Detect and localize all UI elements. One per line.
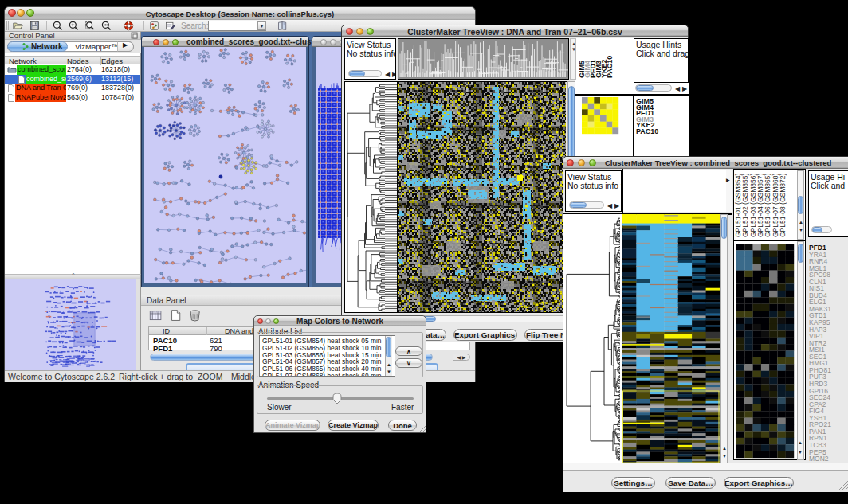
svg-text:GPL51-08 (GSM872): GPL51-08 (GSM872) [779,174,787,237]
svg-text:PAC10: PAC10 [606,56,614,78]
